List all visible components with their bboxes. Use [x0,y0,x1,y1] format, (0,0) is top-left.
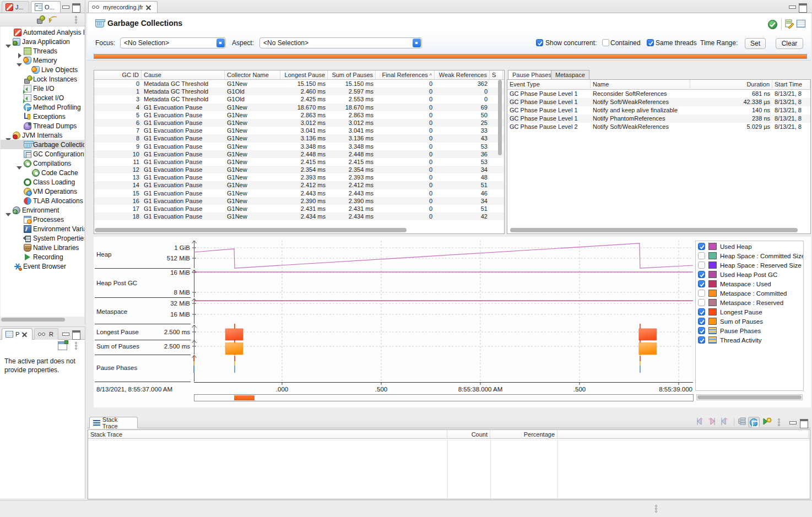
gc-table-row[interactable]: 10 G1 Evacuation Pause G1New 2.448 ms 2.… [94,150,504,158]
stack-trace-table[interactable]: Stack Trace Count Percentage [88,429,810,499]
gc-table-row[interactable]: 13 G1 Evacuation Pause G1New 2.393 ms 2.… [94,173,504,181]
tree-item-vm-operations[interactable]: VM Operations [1,187,84,196]
back-arrow-icon[interactable] [48,15,58,24]
tree-item-lock-instances[interactable]: Lock Instances [1,74,84,84]
phases-table[interactable]: Event Type Name Duration Start Time GC P… [507,79,811,234]
chart-legend[interactable]: Used Heap Heap Space : Committed Size He… [695,241,804,391]
legend-checkbox[interactable] [698,280,705,287]
legend-row-metaspace-committed[interactable]: Metaspace : Committed [696,289,803,298]
legend-horizontal-scrollbar[interactable] [696,394,803,400]
phases-table-horizontal-scrollbar[interactable] [508,227,810,233]
ok-status-icon[interactable] [768,20,777,29]
legend-row-heap-reserved[interactable]: Heap Space : Reserved Size [696,260,803,270]
tree-item-compilations[interactable]: Compilations [1,159,84,168]
tree-item-class-loading[interactable]: Class Loading [1,177,84,187]
tree-item-system-properties[interactable]: System Properties [1,233,84,243]
col-duration[interactable]: Duration [690,80,772,89]
close-icon[interactable] [145,4,151,10]
gc-table-row[interactable]: 3 Metadata GC Threshold G1Old 2.425 ms 2… [94,95,504,103]
tab-pause-phases[interactable]: Pause Phases [508,70,556,79]
legend-row-sum-of-pauses[interactable]: Sum of Pauses [696,317,803,326]
legend-checkbox[interactable] [698,262,705,269]
col-final-references[interactable]: Final References^ [376,70,435,79]
col-stack-trace[interactable]: Stack Trace [88,430,447,439]
scrollbar-thumb[interactable] [697,395,802,399]
scrollbar-thumb[interactable] [498,80,502,155]
tree-item-processes[interactable]: Processes [1,215,84,224]
minimize-icon[interactable] [789,419,796,426]
navigator-thumb[interactable] [234,395,255,400]
tree-item-method-profiling[interactable]: Method Profiling [1,102,84,112]
tree-item-threads[interactable]: Threads [1,46,84,56]
view-menu-icon[interactable] [74,342,78,350]
gc-table-row[interactable]: 17 G1 Evacuation Pause G1New 2.431 ms 2.… [94,205,504,213]
tree-item-live-objects[interactable]: Live Objects [1,65,84,74]
edit-page-icon[interactable] [784,19,794,29]
view-menu-icon[interactable] [74,16,78,24]
link-with-editor-icon[interactable] [36,15,45,24]
gc-table-row[interactable]: 11 G1 Evacuation Pause G1New 2.415 ms 2.… [94,158,504,166]
tree-horizontal-scrollbar[interactable] [1,317,83,322]
phases-table-row[interactable]: GC Phase Pause Level 2 Notify Soft/WeakR… [507,123,810,131]
legend-checkbox[interactable] [698,243,705,250]
legend-row-pause-phases[interactable]: Pause Phases [696,326,803,335]
col-s[interactable]: S [490,70,503,79]
view-menu-icon[interactable] [777,418,781,426]
close-icon[interactable] [21,331,28,338]
gc-table-row[interactable]: 6 G1 Evacuation Pause G1New 3.012 ms 3.0… [94,119,504,127]
gc-table-row[interactable]: 9 G1 Evacuation Pause G1New 3.348 ms 3.3… [94,143,504,150]
minimize-icon[interactable] [788,3,795,10]
gc-table-row[interactable]: 14 G1 Evacuation Pause G1New 2.412 ms 2.… [94,181,504,189]
legend-checkbox[interactable] [698,271,705,278]
col-cause[interactable]: Cause [142,70,225,79]
tree-item-socket-io[interactable]: Socket I/O [1,93,84,102]
method-profiling-toggle[interactable] [748,417,760,427]
table-layout-icon[interactable] [797,20,805,28]
tree-item-environment-variables[interactable]: Environment Variables [1,224,84,233]
tree-item-native-libraries[interactable]: Native Libraries [1,243,84,252]
phases-table-row[interactable]: GC Phase Pause Level 1 Notify PhantomRef… [507,115,810,123]
col-gc-id[interactable]: GC ID [94,70,142,79]
phases-table-row[interactable]: GC Phase Pause Level 1 Notify and keep a… [507,106,810,115]
chevron-updown-icon[interactable] [216,39,225,47]
col-percentage[interactable]: Percentage [490,430,557,439]
gc-table[interactable]: GC ID Cause Collector Name Longest Pause… [94,70,505,234]
col-longest-pause[interactable]: Longest Pause [280,70,328,79]
gc-table-row[interactable]: 1 Metadata GC Threshold G1Old 2.460 ms 2… [94,88,504,95]
chevron-updown-icon[interactable] [413,39,421,47]
col-weak-references[interactable]: Weak References [435,70,490,79]
legend-checkbox[interactable] [698,308,705,315]
col-start-time[interactable]: Start Time [772,80,810,89]
col-name[interactable]: Name [591,80,690,89]
tree-item-exceptions[interactable]: Exceptions [1,112,84,121]
legend-checkbox[interactable] [698,299,705,306]
gc-table-horizontal-scrollbar[interactable] [95,227,504,233]
legend-row-metaspace-reserved[interactable]: Metaspace : Reserved [696,298,803,307]
tree-item-recording[interactable]: Recording [1,252,84,262]
new-view-icon[interactable] [58,341,67,350]
same-threads-checkbox[interactable] [647,39,654,46]
tab-stack-trace[interactable]: Stack Trace [89,417,138,428]
focus-combo[interactable]: <No Selection> [120,37,226,48]
gc-table-vertical-scrollbar[interactable] [497,80,504,227]
last-frame-icon[interactable] [719,417,729,426]
legend-row-used-heap[interactable]: Used Heap [696,242,803,251]
tree-item-file-io[interactable]: File I/O [1,84,84,93]
gc-table-row[interactable]: 15 G1 Evacuation Pause G1New 2.443 ms 2.… [94,189,504,197]
tree-item-tlab-allocations[interactable]: TLAB Allocations [1,196,84,205]
gc-table-row[interactable]: 5 G1 Evacuation Pause G1New 2.863 ms 2.8… [94,111,504,119]
scrollbar-thumb[interactable] [95,228,407,232]
maximize-icon[interactable] [72,3,79,10]
tree-layout-icon[interactable] [737,417,746,426]
gc-table-row[interactable]: 12 G1 Evacuation Pause G1New 2.354 ms 2.… [94,166,504,173]
minimize-icon[interactable] [62,330,69,337]
jfr-page-tree[interactable]: Automated Analysis Results Java Applicat… [1,26,84,317]
tab-jmc[interactable]: J... [2,1,29,13]
run-with-settings-icon[interactable] [762,417,772,426]
tree-item-garbage-collections[interactable]: Garbage Collections [1,140,84,149]
col-count[interactable]: Count [447,430,490,439]
gc-timeline-chart[interactable]: Heap Heap Post GC Metaspace Longest Paus… [94,237,811,407]
legend-checkbox[interactable] [698,318,705,325]
gc-table-row[interactable]: 18 G1 Evacuation Pause G1New 2.434 ms 2.… [94,213,504,220]
phases-table-row[interactable]: GC Phase Pause Level 1 Reconsider SoftRe… [507,90,810,98]
